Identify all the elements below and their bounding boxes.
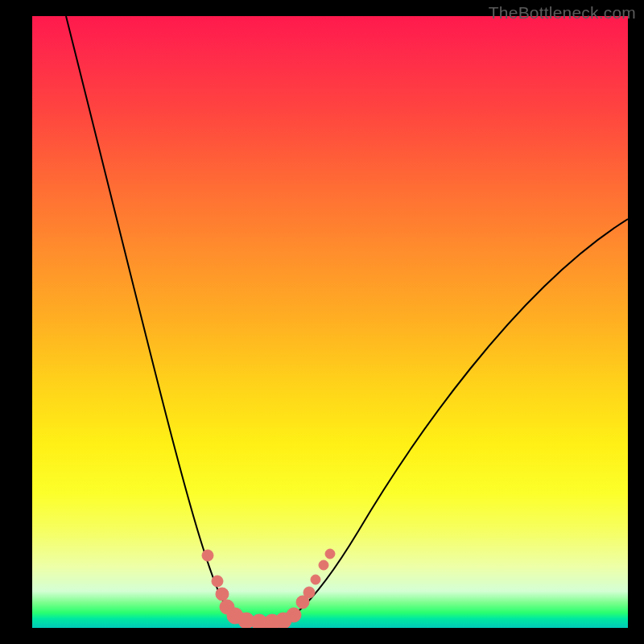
watermark-text: TheBottleneck.com [489, 3, 636, 23]
valley-markers [202, 549, 335, 628]
valley-marker [202, 550, 213, 561]
chart-frame: TheBottleneck.com [0, 0, 644, 644]
valley-marker [325, 549, 335, 559]
valley-marker [311, 575, 320, 584]
valley-marker [303, 587, 315, 598]
valley-marker [319, 560, 328, 570]
valley-marker [216, 588, 229, 601]
valley-marker [212, 576, 223, 587]
bottleneck-curve-path [66, 16, 628, 622]
plot-area [32, 16, 628, 628]
valley-marker [287, 608, 301, 622]
bottleneck-curve-svg [32, 16, 628, 628]
